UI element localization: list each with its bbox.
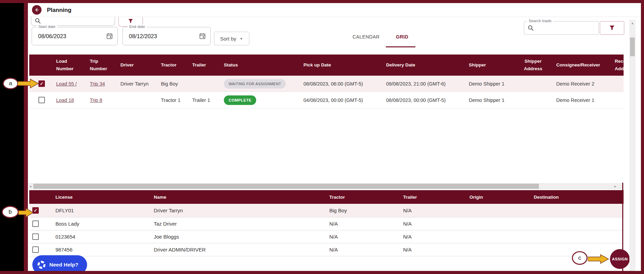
row-checkbox[interactable]: ✓ [38, 80, 45, 87]
need-help-button[interactable]: Need Help? [32, 255, 87, 271]
scroll-left-icon[interactable]: ◂ [30, 183, 31, 189]
cell-trailer: Trailer 1 [192, 92, 210, 108]
cell-tractor: N/A [329, 230, 338, 243]
row-checkbox[interactable]: ✓ [32, 233, 39, 240]
drivers-table: License Name Tractor Trailer Origin Dest… [29, 190, 624, 271]
cell-name: Driver Tarryn [154, 204, 183, 217]
cell-driver: Driver Tarryn [120, 76, 149, 92]
load-link[interactable]: Load 18 [56, 97, 74, 103]
scroll-right-icon[interactable]: ▸ [614, 183, 616, 189]
trip-link[interactable]: Trip 8 [90, 97, 102, 103]
loads-table: LoadNumber TripNumber Driver Tractor Tra… [29, 55, 624, 108]
table-row[interactable]: ✓ Boss Lady Taz Driver N/A N/A [29, 217, 624, 230]
filter-icon [609, 25, 615, 31]
lifebuoy-icon [37, 260, 46, 269]
cell-tractor: N/A [329, 243, 338, 256]
cell-tractor: N/A [329, 217, 338, 230]
search-icon [528, 25, 534, 31]
end-date-field[interactable]: End date 08/12/2023 [122, 27, 211, 45]
planning-screen: Planning Start date 08/06/2023 End date … [0, 0, 644, 274]
vertical-scrollbar[interactable]: ▴ [629, 20, 635, 271]
cell-tractor: Big Boy [329, 204, 347, 217]
app-header: Planning [28, 3, 641, 17]
calendar-icon[interactable] [199, 33, 206, 40]
scroll-up-icon[interactable]: ▴ [629, 21, 635, 25]
annotation-b-arrow-icon [18, 208, 33, 217]
end-date-label: End date [128, 25, 147, 29]
back-arrow-icon [34, 7, 39, 13]
annotation-a-arrow-icon [18, 79, 39, 88]
table-row[interactable]: ✓ Load 18 Trip 8 Tractor 1 Trailer 1 COM… [29, 92, 624, 108]
start-date-label: Start date [37, 25, 57, 29]
frame-border [0, 271, 644, 274]
search-loads-label: Search loads [527, 19, 553, 23]
row-checkbox[interactable]: ✓ [38, 97, 45, 103]
end-date-value: 08/12/2023 [129, 33, 157, 40]
cell-pickup-date: 08/08/2023, 06:00 (GMT-5) [303, 76, 363, 92]
row-checkbox[interactable]: ✓ [32, 246, 39, 253]
cell-license: 987456 [55, 243, 72, 256]
cell-name: Joe Bloggs [154, 230, 179, 243]
cell-shipper: Demo Shipper 1 [469, 76, 505, 92]
annotation-b: b [2, 206, 19, 218]
cell-trailer: N/A [403, 230, 412, 243]
tab-calendar[interactable]: CALENDAR [347, 34, 385, 40]
cell-pickup-date: 04/08/2023, 00:00 (GMT-5) [303, 92, 363, 108]
page-title: Planning [47, 7, 71, 14]
frame-border [0, 0, 644, 3]
search-loads-input[interactable]: Search loads [524, 21, 599, 35]
frame-border [641, 0, 644, 274]
start-date-value: 08/06/2023 [38, 33, 66, 40]
annotation-a: a [3, 78, 18, 89]
cell-name: Taz Driver [154, 217, 177, 230]
horizontal-scrollbar[interactable]: ◂ ▸ [29, 183, 623, 189]
cell-trailer: N/A [403, 217, 412, 230]
frame-border [24, 3, 28, 271]
sort-by-label: Sort by [220, 36, 236, 42]
cell-trailer: N/A [403, 243, 412, 256]
load-link[interactable]: Load 55 / [56, 81, 77, 87]
cell-delivery-date: 08/08/2023, 00:00 (GMT-5) [386, 92, 446, 108]
back-button[interactable] [32, 5, 42, 15]
table-row[interactable]: ✓ Load 55 / Trip 34 Driver Tarryn Big Bo… [29, 76, 624, 92]
chevron-down-icon: ▾ [241, 36, 243, 41]
calendar-icon[interactable] [106, 33, 113, 40]
table-row[interactable]: ✓ 987456 Driver ADMIN/DRIVER N/A N/A [29, 243, 624, 256]
annotation-c: c [572, 251, 588, 265]
cell-delivery-date: 09/08/2023, 21:00 (GMT-6) [386, 76, 446, 92]
assign-button[interactable]: ASSIGN [610, 249, 630, 269]
cell-shipper: Demo Shipper 1 [469, 92, 505, 108]
cell-license: 0123654 [55, 230, 75, 243]
need-help-label: Need Help? [49, 262, 78, 268]
cell-consignee: Demo Receiver 1 [556, 92, 594, 108]
start-date-field[interactable]: Start date 08/06/2023 [32, 27, 118, 45]
table-row[interactable]: ✓ DFLY01 Driver Tarryn Big Boy N/A [29, 204, 624, 217]
drivers-table-header: License Name Tractor Trailer Origin Dest… [29, 190, 624, 204]
cell-tractor: Tractor 1 [161, 92, 180, 108]
tab-grid-underline [386, 46, 415, 47]
table-row[interactable]: ✓ 0123654 Joe Bloggs N/A N/A [29, 230, 624, 243]
cell-tractor: Big Boy [161, 76, 178, 92]
row-checkbox[interactable]: ✓ [32, 220, 39, 227]
vertical-scrollbar-thumb[interactable] [630, 37, 635, 56]
main-content: Planning Start date 08/06/2023 End date … [28, 3, 641, 271]
sort-by-dropdown[interactable]: Sort by ▾ [214, 32, 249, 45]
search-icon [35, 18, 41, 24]
status-badge: WAITING FOR ASSIGNMENT [224, 79, 286, 89]
cell-trailer: N/A [403, 204, 412, 217]
cell-license: Boss Lady [55, 217, 79, 230]
trip-link[interactable]: Trip 34 [90, 81, 105, 87]
loads-table-header: LoadNumber TripNumber Driver Tractor Tra… [29, 55, 624, 76]
horizontal-scrollbar-thumb[interactable] [33, 184, 539, 189]
status-badge: COMPLETE [224, 95, 256, 105]
cell-name: Driver ADMIN/DRIVER [154, 243, 206, 256]
annotation-c-arrow-icon [588, 254, 609, 264]
filter-icon [128, 18, 134, 24]
filter-loads-button[interactable] [600, 21, 624, 35]
cell-license: DFLY01 [55, 204, 74, 217]
cell-consignee: Demo Receiver 2 [556, 76, 594, 92]
tab-grid[interactable]: GRID [389, 34, 416, 40]
